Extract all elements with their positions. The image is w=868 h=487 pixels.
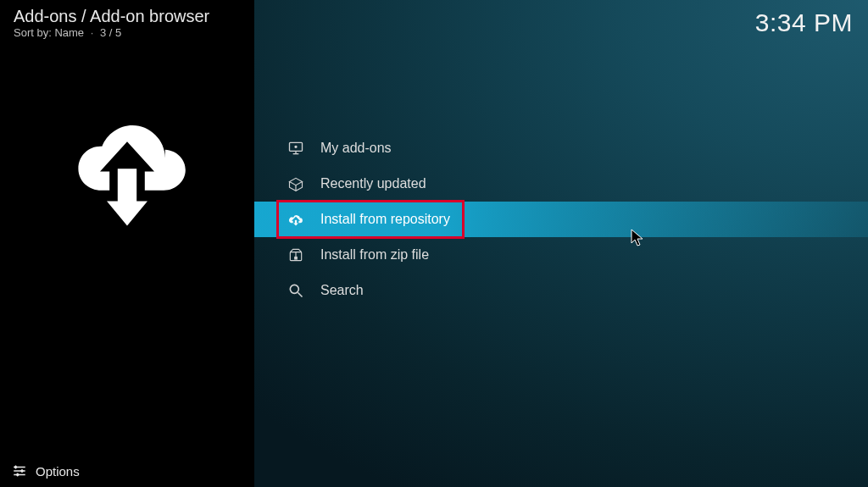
- menu-item-label: Install from zip file: [320, 247, 429, 263]
- search-icon: [287, 282, 305, 299]
- list-position: 3 / 5: [100, 26, 121, 39]
- options-button[interactable]: Options: [12, 463, 80, 479]
- options-label: Options: [36, 464, 80, 479]
- main-panel: 3:34 PM My add-ons: [254, 0, 868, 487]
- menu-item-label: Recently updated: [320, 176, 426, 191]
- svg-rect-14: [295, 257, 298, 260]
- sort-value: Name: [54, 26, 84, 39]
- svg-marker-6: [16, 473, 20, 477]
- svg-point-10: [295, 146, 297, 147]
- menu-item-label: My add-ons: [320, 141, 392, 156]
- cloud-download-icon: [287, 211, 305, 228]
- svg-line-16: [298, 293, 303, 297]
- sort-prefix: Sort by:: [14, 26, 54, 39]
- menu-item-install-from-zip[interactable]: Install from zip file: [254, 237, 868, 273]
- menu-item-install-from-repository[interactable]: Install from repository: [254, 202, 868, 237]
- cloud-download-hero-icon: [0, 98, 254, 234]
- sidebar: Add-ons / Add-on browser Sort by: Name ·…: [0, 0, 254, 487]
- menu-list: My add-ons Recently updated: [254, 130, 868, 308]
- svg-rect-0: [118, 169, 136, 204]
- svg-rect-11: [295, 220, 297, 224]
- menu-item-my-addons[interactable]: My add-ons: [254, 130, 868, 166]
- separator-dot: ·: [87, 26, 97, 39]
- menu-item-label: Search: [320, 283, 364, 298]
- zip-file-icon: [287, 246, 305, 263]
- sort-line: Sort by: Name · 3 / 5: [0, 26, 254, 39]
- menu-item-search[interactable]: Search: [254, 273, 868, 308]
- menu-item-recently-updated[interactable]: Recently updated: [254, 166, 868, 202]
- svg-marker-5: [20, 469, 25, 473]
- breadcrumb: Add-ons / Add-on browser: [0, 0, 254, 26]
- svg-point-15: [290, 285, 298, 293]
- open-box-icon: [287, 175, 305, 192]
- options-sliders-icon: [12, 463, 27, 479]
- clock: 3:34 PM: [755, 8, 853, 37]
- svg-marker-4: [14, 465, 18, 469]
- menu-item-label: Install from repository: [320, 212, 450, 227]
- monitor-icon: [287, 140, 305, 157]
